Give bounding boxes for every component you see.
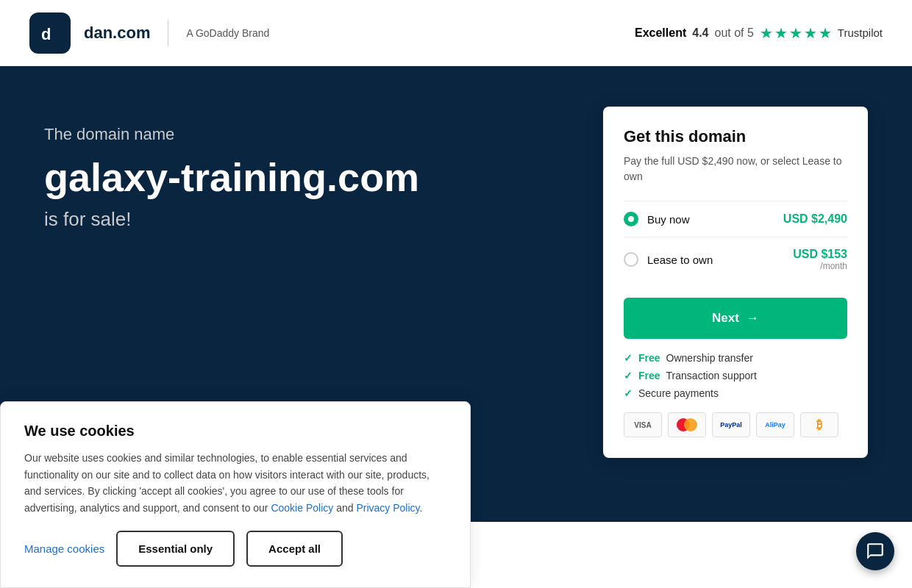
option-buy-now-left: Buy now <box>624 212 690 226</box>
cookie-title: We use cookies <box>24 423 446 440</box>
trustpilot-stars: ★ ★ ★ ★ ★ <box>760 24 832 42</box>
star-2: ★ <box>774 24 788 42</box>
option-buy-now[interactable]: Buy now USD $2,490 <box>624 201 847 237</box>
benefit-free-1: Free <box>638 352 660 364</box>
radio-lease[interactable] <box>624 252 638 267</box>
domain-purchase-card: Get this domain Pay the full USD $2,490 … <box>603 107 868 458</box>
cookie-actions: Manage cookies Essential only Accept all <box>24 531 446 567</box>
benefit-ownership-text: Ownership transfer <box>666 352 753 364</box>
svg-point-3 <box>684 418 697 431</box>
star-3: ★ <box>789 24 802 42</box>
benefit-transaction-text: Transaction support <box>666 370 757 381</box>
chat-button[interactable] <box>856 532 894 570</box>
privacy-policy-link[interactable]: Privacy Policy <box>356 502 419 514</box>
logo-area: d dan.com A GoDaddy Brand <box>29 12 269 54</box>
visa-icon: VISA <box>624 412 662 437</box>
next-button[interactable]: Next → <box>624 298 847 339</box>
card-description: Pay the full USD $2,490 now, or select L… <box>624 154 847 184</box>
logo-divider <box>168 20 168 46</box>
check-icon-3: ✓ <box>624 387 633 399</box>
star-4: ★ <box>804 24 817 42</box>
cookie-policy-link[interactable]: Cookie Policy <box>271 502 333 514</box>
hero-subtitle: The domain name <box>44 125 603 144</box>
manage-cookies-link[interactable]: Manage cookies <box>24 542 104 555</box>
bitcoin-icon: ₿ <box>800 412 838 437</box>
option-lease-price: USD $153 <box>793 248 847 261</box>
star-1: ★ <box>760 24 773 42</box>
godaddy-brand-text: A GoDaddy Brand <box>186 27 269 39</box>
trustpilot-name: Trustpilot <box>838 26 883 39</box>
benefit-ownership: ✓ Free Ownership transfer <box>624 352 847 364</box>
check-icon-2: ✓ <box>624 370 633 381</box>
check-icon-1: ✓ <box>624 352 633 364</box>
option-buy-now-price: USD $2,490 <box>783 212 847 226</box>
trustpilot-rating: 4.4 <box>692 26 708 40</box>
next-button-label: Next <box>712 311 739 326</box>
option-lease-left: Lease to own <box>624 252 713 267</box>
hero-forsale: is for sale! <box>44 208 603 231</box>
card-title: Get this domain <box>624 127 847 146</box>
benefit-free-2: Free <box>638 370 660 381</box>
star-5: ★ <box>819 24 832 42</box>
essential-only-button[interactable]: Essential only <box>116 531 235 567</box>
hero-domain: galaxy-training.com <box>44 156 603 199</box>
benefit-transaction: ✓ Free Transaction support <box>624 370 847 381</box>
payment-icons: VISA PayPal AliPay ₿ <box>624 412 847 437</box>
benefits-list: ✓ Free Ownership transfer ✓ Free Transac… <box>624 352 847 399</box>
option-buy-now-label: Buy now <box>647 213 690 226</box>
header: d dan.com A GoDaddy Brand Excellent 4.4 … <box>0 0 912 66</box>
cookie-text-part2: and <box>333 502 356 514</box>
cookie-banner: We use cookies Our website uses cookies … <box>0 401 471 588</box>
mastercard-icon <box>668 412 706 437</box>
svg-text:d: d <box>41 25 51 43</box>
radio-buy-now[interactable] <box>624 212 638 226</box>
chat-icon <box>866 542 885 561</box>
accept-all-button[interactable]: Accept all <box>246 531 343 567</box>
hero-content: The domain name galaxy-training.com is f… <box>44 110 603 231</box>
benefit-secure-text: Secure payments <box>638 387 719 399</box>
option-lease-permonth: /month <box>793 261 847 271</box>
alipay-icon: AliPay <box>756 412 794 437</box>
logo-text: dan.com <box>84 24 150 43</box>
trustpilot-excellent: Excellent <box>635 26 686 40</box>
option-lease-label: Lease to own <box>647 254 713 266</box>
dan-logo-icon: d <box>29 12 71 54</box>
option-lease-price-col: USD $153 /month <box>793 248 847 271</box>
benefit-secure: ✓ Secure payments <box>624 387 847 399</box>
next-arrow-icon: → <box>747 311 759 326</box>
paypal-icon: PayPal <box>712 412 750 437</box>
option-lease[interactable]: Lease to own USD $153 /month <box>624 237 847 282</box>
trustpilot-area: Excellent 4.4 out of 5 ★ ★ ★ ★ ★ Trustpi… <box>635 24 883 42</box>
cookie-text-part3: . <box>420 502 423 514</box>
option-buy-now-price-col: USD $2,490 <box>783 212 847 226</box>
cookie-text: Our website uses cookies and similar tec… <box>24 450 446 516</box>
trustpilot-outof: out of 5 <box>714 26 753 40</box>
